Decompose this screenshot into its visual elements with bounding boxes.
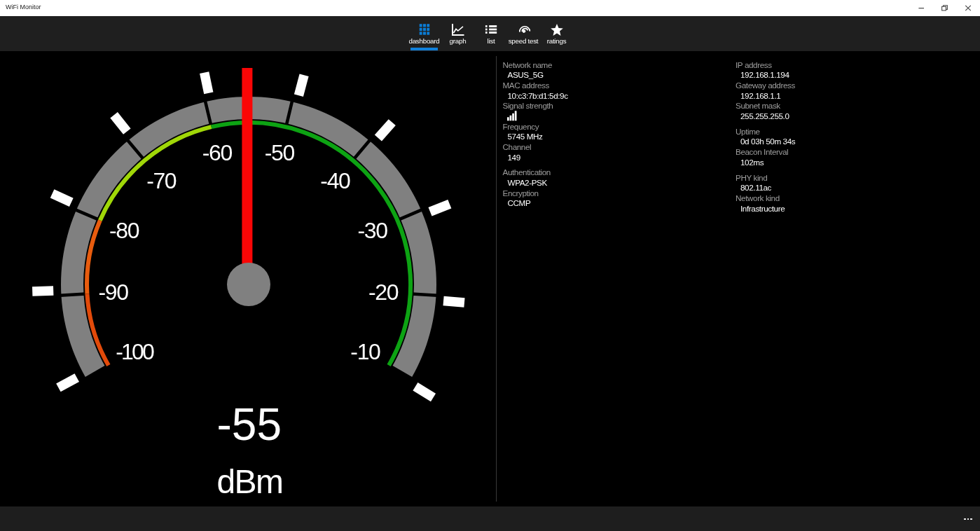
- svg-text:-100: -100: [116, 339, 155, 364]
- svg-text:dBm: dBm: [216, 463, 282, 500]
- svg-text:-55: -55: [217, 399, 282, 450]
- svg-text:-40: -40: [320, 168, 351, 193]
- svg-text:-90: -90: [99, 280, 130, 305]
- svg-text:-60: -60: [202, 140, 233, 165]
- svg-text:-10: -10: [350, 339, 381, 364]
- svg-text:-20: -20: [368, 280, 399, 305]
- svg-text:-30: -30: [357, 218, 388, 243]
- svg-text:-50: -50: [265, 140, 296, 165]
- svg-text:-70: -70: [146, 168, 177, 193]
- svg-text:-80: -80: [109, 218, 140, 243]
